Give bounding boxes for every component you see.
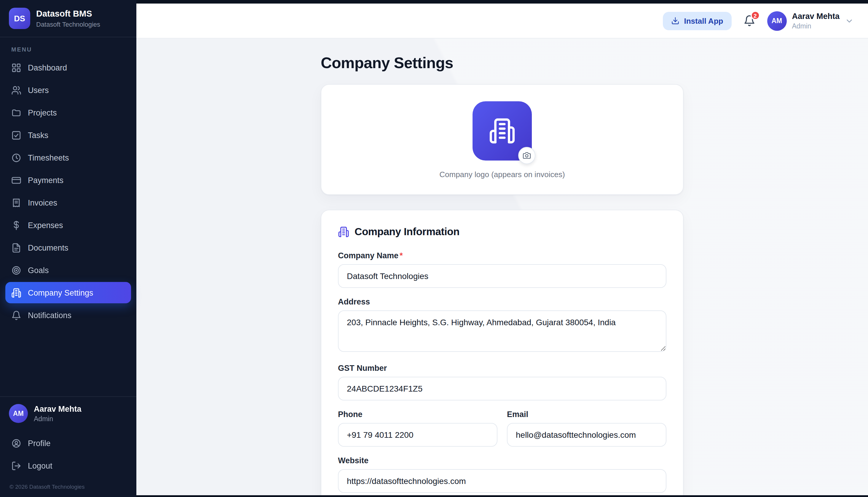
phone-label: Phone: [338, 410, 497, 419]
sidebar-item-timesheets[interactable]: Timesheets: [5, 147, 131, 168]
sidebar-item-expenses[interactable]: Expenses: [5, 214, 131, 236]
notification-count-badge: 2: [750, 11, 760, 20]
file-icon: [11, 243, 21, 253]
topbar: Install App 2 AM Aarav Mehta Admin: [136, 3, 868, 39]
building-icon: [488, 117, 516, 144]
app-logo: DS: [9, 8, 30, 29]
app-title: Datasoft BMS: [36, 9, 100, 19]
company-name-label: Company Name*: [338, 251, 666, 260]
receipt-icon: [11, 198, 21, 208]
avatar: AM: [9, 404, 28, 423]
users-icon: [11, 85, 21, 95]
camera-icon: [523, 152, 531, 159]
main-column: Install App 2 AM Aarav Mehta Admin Compa…: [136, 0, 868, 497]
change-logo-button[interactable]: [518, 147, 535, 164]
clock-icon: [11, 153, 21, 162]
app-brand: DS Datasoft BMS Datasoft Technologies: [0, 0, 136, 37]
sidebar-nav: Dashboard Users Projects Tasks Timesheet…: [0, 57, 136, 326]
install-app-button[interactable]: Install App: [663, 12, 731, 30]
sidebar: DS Datasoft BMS Datasoft Technologies ME…: [0, 0, 136, 497]
sidebar-item-projects[interactable]: Projects: [5, 102, 131, 123]
chevron-down-icon: [845, 16, 854, 25]
download-icon: [671, 17, 679, 25]
sidebar-menu-label: MENU: [0, 37, 136, 57]
website-field[interactable]: [338, 469, 666, 493]
sidebar-user-name: Aarav Mehta: [34, 404, 82, 415]
credit-card-icon: [11, 175, 21, 185]
sidebar-item-documents[interactable]: Documents: [5, 237, 131, 258]
user-menu[interactable]: AM Aarav Mehta Admin: [767, 11, 854, 30]
sidebar-item-company-settings[interactable]: Company Settings: [5, 282, 131, 303]
address-label: Address: [338, 297, 666, 306]
sidebar-user-card: AM Aarav Mehta Admin: [0, 396, 136, 430]
sidebar-item-invoices[interactable]: Invoices: [5, 192, 131, 213]
building-icon: [338, 226, 349, 238]
required-asterisk: *: [400, 251, 403, 260]
company-logo-tile[interactable]: [472, 101, 532, 160]
gst-number-field[interactable]: [338, 377, 666, 400]
sidebar-spacer: [0, 326, 136, 396]
company-information-card: Company Information Company Name* Addres…: [321, 210, 684, 495]
website-label: Website: [338, 456, 666, 465]
page-title: Company Settings: [321, 54, 684, 72]
phone-field[interactable]: [338, 423, 497, 446]
sidebar-item-dashboard[interactable]: Dashboard: [5, 57, 131, 78]
email-field[interactable]: [507, 423, 666, 446]
sidebar-user-role: Admin: [34, 415, 82, 422]
grid-icon: [11, 62, 21, 73]
card-title: Company Information: [355, 226, 459, 238]
target-icon: [11, 265, 21, 275]
sidebar-account-nav: Profile Logout: [0, 430, 136, 476]
sidebar-item-payments[interactable]: Payments: [5, 169, 131, 191]
sidebar-item-users[interactable]: Users: [5, 80, 131, 101]
address-field[interactable]: 203, Pinnacle Heights, S.G. Highway, Ahm…: [338, 310, 666, 352]
sidebar-item-profile[interactable]: Profile: [5, 432, 131, 454]
app-subtitle: Datasoft Technologies: [36, 20, 100, 28]
dollar-icon: [11, 220, 21, 230]
folder-icon: [11, 108, 21, 117]
gst-number-label: GST Number: [338, 364, 666, 373]
logout-icon: [11, 460, 21, 471]
logo-caption: Company logo (appears on invoices): [439, 170, 565, 179]
sidebar-item-goals[interactable]: Goals: [5, 259, 131, 281]
user-circle-icon: [11, 438, 21, 448]
sidebar-item-notifications[interactable]: Notifications: [5, 304, 131, 326]
topbar-user-name: Aarav Mehta: [792, 12, 840, 22]
sidebar-item-tasks[interactable]: Tasks: [5, 124, 131, 146]
avatar: AM: [767, 11, 786, 30]
check-square-icon: [11, 130, 21, 140]
topbar-user-role: Admin: [792, 22, 840, 29]
install-app-label: Install App: [684, 16, 723, 25]
company-logo-card: Company logo (appears on invoices): [321, 84, 684, 195]
notifications-button[interactable]: 2: [743, 15, 755, 27]
company-name-field[interactable]: [338, 264, 666, 288]
sidebar-footer: © 2026 Datasoft Technologies: [0, 476, 136, 497]
bell-icon: [11, 310, 21, 320]
app-window: DS Datasoft BMS Datasoft Technologies ME…: [0, 0, 868, 497]
building-icon: [11, 288, 21, 298]
email-label: Email: [507, 410, 666, 419]
content-area: Company Settings Company logo (appears o…: [136, 39, 868, 495]
sidebar-item-logout[interactable]: Logout: [5, 455, 131, 476]
